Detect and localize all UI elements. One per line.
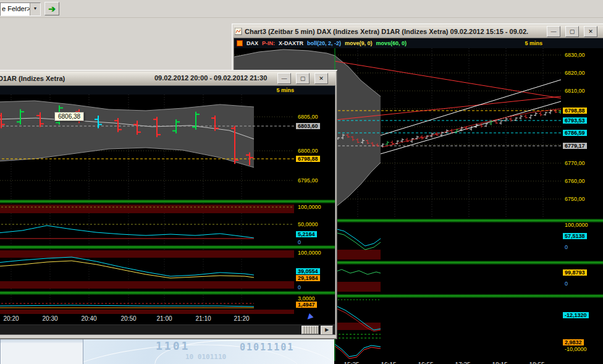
price-tooltip: 6806,38 [54, 112, 84, 121]
minimize-button[interactable]: — [277, 73, 291, 84]
d1ar-window[interactable]: D1AR (Indizes Xetra) 09.02.2012 20:00 - … [0, 70, 337, 339]
front-legend-bar: 5 mins [0, 86, 335, 95]
background-window-fragment[interactable] [0, 339, 83, 364]
front-panel-1: 100,000050,00005,21640 [0, 203, 335, 245]
axis-label: 6770,00 [565, 160, 585, 166]
wallpaper-binary-text: 10 0101110 [185, 353, 226, 361]
chart-cursor-icon[interactable]: ▶ [305, 313, 314, 323]
wallpaper-binary-text: 1101 [156, 339, 190, 352]
legend-item: P-IN: [262, 40, 275, 46]
maximize-button[interactable]: ▢ [296, 73, 310, 84]
front-main-chart-axis: 6805,006800,006795,006803,606798,88 [294, 95, 332, 200]
time-label: 20:50 [120, 315, 136, 322]
price-badge: 5,2164 [295, 231, 318, 238]
front-main-chart-canvas[interactable] [0, 95, 294, 200]
back-titlebar[interactable]: Chart3 (Zeitbar 5 min) DAX (Indizes Xetr… [234, 25, 603, 38]
desktop-wallpaper: 1101 01011101 10 0101110 [0, 336, 334, 364]
scroll-arrow-icon: ▶ [325, 327, 329, 332]
front-panel-3-axis: 3,00001,4947 [294, 295, 332, 315]
maximize-icon: ▢ [570, 28, 575, 35]
front-panel-3-canvas[interactable] [0, 295, 294, 315]
axis-label: 6805,00 [298, 114, 318, 120]
dropdown-arrow-icon[interactable]: ▼ [30, 3, 40, 15]
axis-label: 100,0000 [565, 222, 588, 228]
time-label: 21:20 [234, 315, 249, 322]
time-label: 16:15 [381, 362, 396, 364]
scroll-right-button[interactable]: ▶ [321, 326, 333, 335]
legend-item: DAX [247, 40, 258, 46]
maximize-button[interactable]: ▢ [565, 26, 579, 37]
window-controls: — ▢ ✕ [277, 73, 328, 84]
price-badge: 6803,60 [295, 122, 321, 130]
axis-label: 100,0000 [298, 204, 321, 210]
minimize-button[interactable]: — [547, 26, 560, 37]
time-label: 16:55 [418, 362, 433, 364]
go-arrow-icon: ➔ [48, 4, 56, 14]
window-title: Chart3 (Zeitbar 5 min) DAX (Indizes Xetr… [245, 28, 544, 35]
interval-label: 5 mins [276, 87, 294, 93]
time-label: 15:35 [344, 362, 359, 364]
window-title: D1AR (Indizes Xetra) [0, 75, 65, 82]
minimize-icon: — [282, 75, 287, 82]
front-titlebar[interactable]: D1AR (Indizes Xetra) 09.02.2012 20:00 - … [0, 72, 335, 85]
front-panel-2: 100,000039,055429,19840 [0, 249, 335, 291]
legend-item: X-DAXTR [279, 40, 303, 46]
price-badge: 6779,17 [562, 142, 588, 150]
front-client-area: 5 mins 6805,006800,006795,006803,606798,… [0, 85, 335, 335]
interval-label: 5 mins [525, 40, 542, 46]
time-label: 18:55 [529, 362, 544, 364]
window-date-range: 09.02.2012 20:00 - 09.02.2012 21:30 [154, 74, 267, 82]
time-label: 20:40 [81, 315, 96, 322]
scrollbar-thumb[interactable] [302, 326, 319, 334]
front-panel-2-axis: 100,000039,055429,19840 [294, 249, 332, 291]
front-panel-1-canvas[interactable] [0, 203, 294, 245]
app-toolbar: e Felder> ▼ ➔ [0, 0, 603, 18]
price-badge: 6798,88 [562, 107, 588, 114]
chart-window-icon [235, 28, 242, 35]
series-icon [237, 40, 243, 46]
axis-label: 6795,00 [298, 177, 318, 184]
axis-label: 6760,00 [565, 178, 585, 184]
price-badge: 1,4947 [295, 301, 318, 308]
time-label: 18:15 [492, 362, 507, 364]
h-scrollbar[interactable]: ▶ [0, 324, 335, 335]
minimize-icon: — [551, 28, 557, 35]
price-badge: -12,1320 [562, 311, 589, 319]
back-panel-3-axis: -12,1320 [561, 298, 602, 332]
price-badge: 2,9832 [562, 339, 584, 346]
axis-label: -10,0000 [565, 346, 587, 352]
price-badge: 6793,53 [562, 117, 588, 124]
close-button[interactable]: ✕ [584, 26, 597, 37]
time-label: 20:30 [42, 315, 57, 322]
axis-label: 6820,00 [565, 70, 585, 76]
back-main-chart-axis: 6830,006820,006810,006770,006760,006750,… [561, 48, 602, 219]
back-panel-1-axis: 100,000057,51380 [561, 222, 602, 261]
front-main-chart: 6805,006800,006795,006803,606798,886806,… [0, 95, 335, 200]
axis-label: 50,0000 [298, 221, 318, 227]
back-legend-bar: DAXP-IN:X-DAXTRboll(20, 2, -2)move(9, 0)… [234, 38, 603, 48]
legend-item: boll(20, 2, -2) [307, 40, 341, 46]
go-button[interactable]: ➔ [44, 2, 59, 15]
axis-label: 6750,00 [565, 196, 585, 202]
price-badge: 99,8793 [562, 269, 588, 276]
close-button[interactable]: ✕ [314, 73, 328, 84]
axis-label: 100,0000 [298, 250, 321, 256]
axis-label: 0 [298, 284, 301, 290]
back-panel-2-axis: 99,87930 [561, 265, 602, 294]
fields-dropdown[interactable]: e Felder> ▼ [0, 2, 41, 16]
front-chart-stack: 6805,006800,006795,006803,606798,886806,… [0, 95, 335, 324]
legend-item: move(9, 0) [345, 40, 373, 46]
legend-items: DAXP-IN:X-DAXTRboll(20, 2, -2)move(9, 0)… [247, 40, 407, 46]
wallpaper-binary-text: 01011101 [240, 342, 294, 353]
time-label: 21:00 [156, 315, 172, 322]
axis-label: 6810,00 [565, 88, 585, 94]
axis-label: 0 [565, 281, 568, 287]
price-badge: 29,1984 [295, 274, 321, 282]
front-panel-2-canvas[interactable] [0, 249, 294, 291]
axis-label: 0 [565, 244, 568, 250]
legend-item: movs(60, 0) [376, 40, 407, 46]
price-badge: 6798,88 [295, 155, 321, 163]
time-label: 21:10 [195, 315, 211, 322]
axis-label: 0 [298, 239, 301, 245]
window-controls: — ▢ ✕ [547, 26, 597, 37]
